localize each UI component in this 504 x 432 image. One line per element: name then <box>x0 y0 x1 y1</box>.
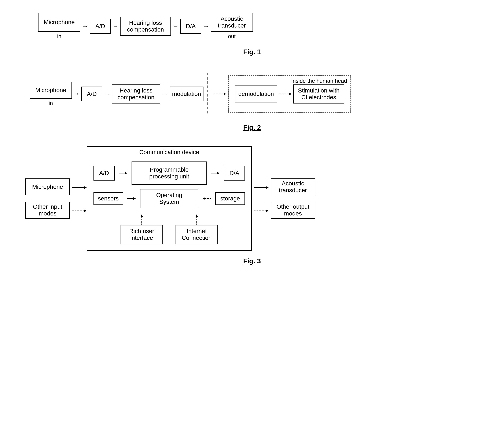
fig2-hlc-wrap: Hearing loss compensation <box>112 84 160 103</box>
svg-marker-12 <box>217 172 220 175</box>
fig2-arrow3: → <box>160 91 170 97</box>
fig2-hlc-box: Hearing loss compensation <box>112 84 160 103</box>
fig3-rui-section: Rich user interface <box>121 214 163 244</box>
fig1-arrow1: → <box>80 23 90 30</box>
fig1-mic-label: in <box>57 33 61 40</box>
svg-marker-2 <box>224 93 226 95</box>
fig3-storage-box: storage <box>215 192 245 205</box>
svg-marker-24 <box>266 210 269 212</box>
fig2-microphone-wrap: Microphone in <box>30 82 72 106</box>
fig2-demod-wrap: demodulation <box>235 85 277 102</box>
fig2-stim-wrap: Stimulation with CI electrodes <box>293 84 344 103</box>
svg-marker-16 <box>203 197 205 200</box>
fig3-other-input-box: Other input modes <box>25 202 70 219</box>
fig3-mic-arrow-row <box>72 179 87 196</box>
fig3-da-solid-arrow <box>254 183 269 192</box>
fig3-comm-device-label: Communication device <box>139 149 199 156</box>
fig1-arrow2: → <box>111 23 120 30</box>
svg-marker-4 <box>289 93 292 95</box>
fig3-da-wrap: D/A <box>224 166 245 181</box>
fig2-mod-box: modulation <box>170 87 203 101</box>
fig2-arrow1: → <box>72 91 81 97</box>
fig1-arrow4: → <box>201 23 211 30</box>
fig3-ic-section: Internet Connection <box>176 214 218 244</box>
fig1-arrow3: → <box>171 23 180 30</box>
fig1-hlc-box: Hearing loss compensation <box>120 17 171 36</box>
fig3-ic-box: Internet Connection <box>176 225 218 244</box>
svg-marker-20 <box>195 214 198 217</box>
fig3-middle-row: sensors Operating System storage <box>93 189 245 208</box>
svg-marker-14 <box>133 197 136 200</box>
fig2-arrow2: → <box>102 91 112 97</box>
fig3-acoustic-box: Acoustic transducer <box>271 178 315 195</box>
fig3-right-col: Acoustic transducer Other output modes <box>271 178 315 219</box>
fig2-dashed-arrow <box>212 90 228 98</box>
fig3-da-box: D/A <box>224 166 245 181</box>
fig2-ad-box: A/D <box>81 87 102 101</box>
fig3-bottom-section: Rich user interface Internet Connection <box>93 214 245 244</box>
fig2-inside-label: Inside the human head <box>291 78 347 84</box>
fig3-ad-wrap: A/D <box>93 166 115 181</box>
fig3-main-diagram: Microphone Other input modes Commu <box>17 144 487 253</box>
fig1-acoustic-box: Acoustic transducer <box>211 13 253 32</box>
svg-marker-8 <box>84 210 87 212</box>
fig3-rui-up-arrow <box>139 214 145 225</box>
fig2-left-section: Microphone in → A/D → Hearing loss compe… <box>30 82 203 106</box>
fig1-da-wrap: D/A <box>180 19 201 34</box>
fig3-sensors-os-arrow <box>127 195 136 202</box>
svg-marker-22 <box>266 186 269 189</box>
fig3-other-output-arrow-row <box>254 202 269 219</box>
fig3-ad-ppu-arrow <box>119 169 127 177</box>
fig3-other-input-arrow-row <box>72 202 87 219</box>
fig2-demod-box: demodulation <box>235 85 277 102</box>
figure-1: Microphone in → A/D → Hearing loss compe… <box>17 9 487 56</box>
fig3-comm-device: Communication device A/D Programmable pr… <box>87 146 252 251</box>
figure-2: Microphone in → A/D → Hearing loss compe… <box>17 69 487 131</box>
fig1-da-box: D/A <box>180 19 201 34</box>
fig3-ppu-box: Programmable processing unit <box>132 162 207 185</box>
fig3-other-output-box: Other output modes <box>271 202 315 219</box>
fig3-sensors-wrap: sensors <box>93 192 123 205</box>
fig3-other-input-dashed-arrow <box>72 207 87 215</box>
fig3-storage-wrap: storage <box>215 192 245 205</box>
fig3-storage-os-arrow <box>203 195 211 202</box>
fig1-ad-box: A/D <box>90 19 111 34</box>
fig3-da-acoustic-arrow-row <box>254 179 269 196</box>
fig2-ad-wrap: A/D <box>81 87 102 101</box>
svg-marker-6 <box>84 186 87 189</box>
svg-marker-10 <box>125 172 127 175</box>
svg-marker-18 <box>140 214 143 217</box>
fig1-ad-wrap: A/D <box>90 19 111 34</box>
fig3-other-output-dashed-arrow <box>254 207 269 215</box>
fig3-right-arrows <box>254 179 269 219</box>
fig3-ad-box: A/D <box>93 166 115 181</box>
fig3-label: Fig. 3 <box>17 257 487 265</box>
fig2-dashed-arrow-svg <box>214 90 226 98</box>
fig3-ic-up-arrow <box>194 214 200 225</box>
fig1-hlc-wrap: Hearing loss compensation <box>120 17 171 36</box>
fig3-sensors-box: sensors <box>93 192 123 205</box>
fig2-inside-row: demodulation Stimulation with CI electro… <box>235 84 344 103</box>
fig1-acoustic-wrap: Acoustic transducer out <box>211 13 253 40</box>
fig3-rui-box: Rich user interface <box>121 225 163 244</box>
fig3-mic-solid-arrow <box>72 183 87 192</box>
fig3-microphone-box: Microphone <box>25 178 70 195</box>
fig2-internal-dashed-arrow-svg <box>279 90 292 98</box>
figure-3: Microphone Other input modes Commu <box>17 144 487 265</box>
fig3-left-arrows <box>72 179 87 219</box>
fig2-inside-head-box: Inside the human head demodulation Stimu… <box>228 75 351 113</box>
fig1-acoustic-label: out <box>228 33 236 40</box>
fig2-mic-label: in <box>49 100 53 106</box>
fig2-internal-dashed-arrow <box>277 90 293 98</box>
fig2-stim-box: Stimulation with CI electrodes <box>293 84 344 103</box>
fig2-mod-wrap: modulation <box>170 87 203 101</box>
fig3-top-row: A/D Programmable processing unit D/A <box>93 162 245 185</box>
fig3-inner-layout: A/D Programmable processing unit D/A <box>93 162 245 244</box>
fig3-ppu-da-arrow <box>211 169 220 177</box>
fig2-dashed-separator <box>206 73 210 115</box>
fig1-microphone-box: Microphone <box>38 13 80 32</box>
fig3-os-box: Operating System <box>140 189 198 208</box>
fig2-microphone-box: Microphone <box>30 82 72 99</box>
fig1-microphone-wrap: Microphone in <box>38 13 80 40</box>
fig1-label: Fig. 1 <box>17 48 487 56</box>
